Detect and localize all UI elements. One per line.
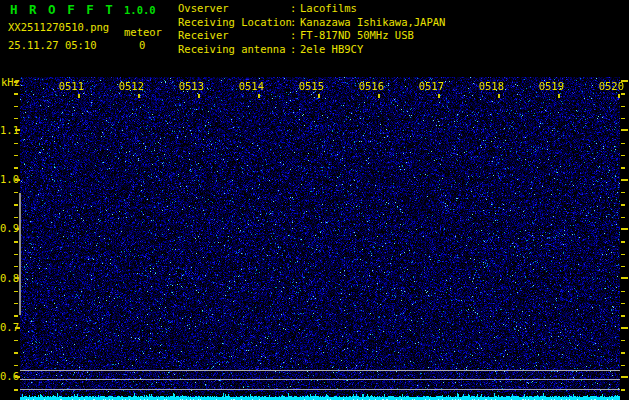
freq-tick-label: 0.9: [0, 222, 14, 234]
freq-minor-tick-right: [621, 118, 625, 120]
freq-minor-tick-right: [621, 241, 625, 243]
echo-count: 0: [139, 39, 145, 51]
app-version: 1.0.0: [124, 4, 156, 16]
freq-major-tick: [15, 179, 20, 181]
time-tick-label: 0520: [594, 80, 624, 92]
freq-minor-tick: [14, 315, 18, 317]
freq-minor-tick: [14, 167, 18, 169]
freq-minor-tick: [14, 155, 18, 157]
freq-tick-label: 1.1: [0, 124, 14, 136]
header-field-row: Receiver:FT-817ND 50MHz USB: [178, 29, 629, 41]
freq-minor-tick-right: [621, 389, 625, 391]
time-minute-tick: [258, 94, 260, 98]
field-label: Ovserver: [178, 2, 229, 14]
time-tick-label: 0519: [534, 80, 564, 92]
freq-minor-tick: [14, 118, 18, 120]
field-value: FT-817ND 50MHz USB: [300, 29, 414, 41]
header-field-row: Receiving antenna:2ele HB9CY: [178, 43, 629, 55]
time-minute-tick: [378, 94, 380, 98]
time-minute-tick: [198, 94, 200, 98]
freq-minor-tick: [14, 365, 18, 367]
time-minute-tick: [78, 94, 80, 98]
time-tick-label: 0512: [114, 80, 144, 92]
freq-major-tick: [15, 327, 20, 329]
header-field-row: Ovserver:Lacofilms: [178, 2, 629, 14]
time-tick-label: 0513: [174, 80, 204, 92]
freq-minor-tick: [14, 266, 18, 268]
count-band-marker-line: [19, 193, 21, 315]
freq-minor-tick-right: [621, 303, 625, 305]
app-title: H R O F F T: [10, 2, 115, 17]
freq-minor-tick: [14, 204, 18, 206]
mode-label: meteor: [124, 26, 162, 38]
freq-minor-tick: [14, 303, 18, 305]
signal-level-strip: [20, 392, 620, 400]
field-label: Receiver: [178, 29, 229, 41]
freq-major-tick-right: [621, 376, 628, 378]
hrofft-window: H R O F F T 1.0.0 XX2511270510.png meteo…: [0, 0, 629, 400]
freq-minor-tick: [14, 340, 18, 342]
freq-major-tick: [15, 129, 20, 131]
time-minute-tick: [318, 94, 320, 98]
freq-minor-tick-right: [621, 315, 625, 317]
output-filename: XX2511270510.png: [8, 21, 109, 33]
time-tick-label: 0516: [354, 80, 384, 92]
freq-minor-tick-right: [621, 93, 625, 95]
reference-line-lower: [20, 389, 620, 390]
field-value: Lacofilms: [300, 2, 357, 14]
freq-minor-tick: [14, 93, 18, 95]
reference-line-middle: [20, 379, 620, 380]
freq-minor-tick-right: [621, 266, 625, 268]
spectrogram-canvas: [20, 77, 620, 392]
time-minute-tick: [498, 94, 500, 98]
freq-major-tick-right: [621, 277, 628, 279]
field-label: Receiving Location: [178, 16, 292, 28]
freq-minor-tick-right: [621, 155, 625, 157]
field-value: 2ele HB9CY: [300, 43, 363, 55]
freq-minor-tick: [14, 217, 18, 219]
time-tick-label: 0518: [474, 80, 504, 92]
time-minute-tick: [438, 94, 440, 98]
time-tick-label: 0517: [414, 80, 444, 92]
freq-minor-tick-right: [621, 167, 625, 169]
freq-minor-tick-right: [621, 192, 625, 194]
freq-minor-tick-right: [621, 106, 625, 108]
freq-minor-tick: [14, 389, 18, 391]
field-separator: :: [290, 16, 296, 28]
freq-tick-label: 0.6: [0, 370, 14, 382]
header-field-row: Receiving Location:Kanazawa Ishikawa,JAP…: [178, 16, 629, 28]
freq-minor-tick: [14, 81, 18, 83]
field-separator: :: [290, 43, 296, 55]
freq-minor-tick-right: [621, 217, 625, 219]
freq-tick-label: 1.0: [0, 173, 14, 185]
field-label: Receiving antenna: [178, 43, 285, 55]
freq-tick-label: 0.8: [0, 272, 14, 284]
reference-line-upper: [20, 370, 620, 371]
time-tick-label: 0515: [294, 80, 324, 92]
field-value: Kanazawa Ishikawa,JAPAN: [300, 16, 445, 28]
freq-minor-tick-right: [621, 204, 625, 206]
freq-major-tick-right: [621, 228, 628, 230]
freq-minor-tick: [14, 143, 18, 145]
freq-major-tick-right: [621, 179, 628, 181]
time-minute-tick: [618, 94, 620, 98]
freq-minor-tick-right: [621, 365, 625, 367]
time-tick-label: 0514: [234, 80, 264, 92]
freq-minor-tick-right: [621, 254, 625, 256]
time-minute-tick: [138, 94, 140, 98]
freq-minor-tick: [14, 352, 18, 354]
freq-minor-tick-right: [621, 291, 625, 293]
freq-major-tick-right: [621, 327, 628, 329]
freq-minor-tick-right: [621, 352, 625, 354]
header-fields: Ovserver:LacofilmsReceiving Location:Kan…: [178, 0, 629, 60]
time-minute-tick: [558, 94, 560, 98]
freq-major-tick: [15, 376, 20, 378]
freq-minor-tick: [14, 192, 18, 194]
field-separator: :: [290, 29, 296, 41]
freq-tick-label: 0.7: [0, 321, 14, 333]
time-tick-label: 0511: [54, 80, 84, 92]
freq-minor-tick: [14, 106, 18, 108]
freq-minor-tick-right: [621, 143, 625, 145]
field-separator: :: [290, 2, 296, 14]
timestamp: 25.11.27 05:10: [8, 39, 97, 51]
